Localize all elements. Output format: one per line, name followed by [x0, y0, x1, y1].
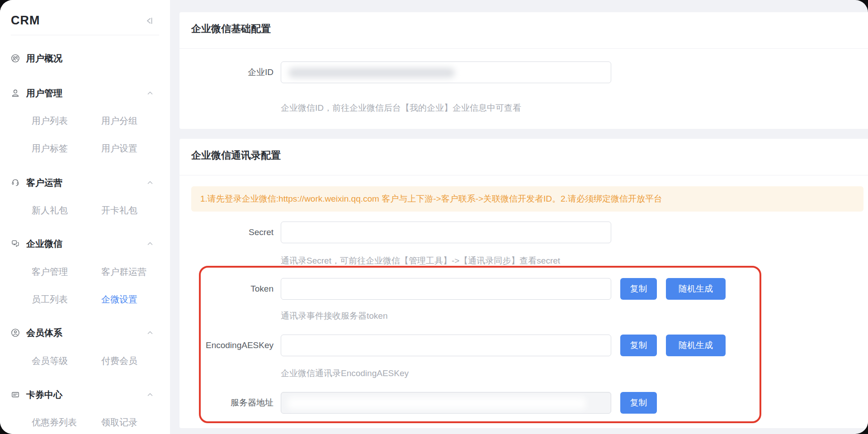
token-generate-button[interactable]: 随机生成: [666, 278, 726, 300]
sidebar-subrow: 用户标签 用户设置: [11, 139, 159, 157]
user-overview-icon: [11, 54, 20, 63]
sidebar-subrow: 新人礼包 开卡礼包: [11, 201, 159, 219]
server-copy-button[interactable]: 复制: [620, 392, 657, 414]
sidebar-item-coupon-list[interactable]: 优惠券列表: [32, 413, 77, 431]
sidebar-item-membership[interactable]: 会员体系: [11, 324, 159, 342]
chat-bubbles-icon: [11, 239, 20, 248]
sidebar-item-coupon-center[interactable]: 卡券中心: [11, 386, 159, 404]
aes-key-input[interactable]: [281, 335, 611, 356]
sidebar: CRM 用户概况 用户管理: [0, 0, 170, 434]
sidebar-item-label: 用户管理: [26, 87, 62, 99]
sidebar-item-customer-management[interactable]: 客户管理: [32, 263, 68, 281]
chevron-up-icon[interactable]: [146, 90, 154, 97]
redacted-value: [288, 397, 586, 409]
sidebar-item-label: 客户运营: [26, 177, 62, 189]
contact-config-card: 企业微信通讯录配置 1.请先登录企业微信:https://work.weixin…: [179, 139, 868, 428]
chevron-up-icon[interactable]: [146, 240, 154, 247]
card-divider: [179, 175, 868, 175]
secret-help: 通讯录Secret，可前往企业微信【管理工具】->【通讯录同步】查看secret: [281, 255, 560, 267]
sidebar-item-wecom-settings[interactable]: 企微设置: [101, 290, 137, 308]
sidebar-item-claim-records[interactable]: 领取记录: [101, 413, 137, 431]
sidebar-item-user-overview[interactable]: 用户概况: [11, 49, 159, 67]
token-input[interactable]: [281, 278, 611, 300]
sidebar-item-member-levels[interactable]: 会员等级: [32, 352, 68, 370]
sidebar-item-card-gift[interactable]: 开卡礼包: [101, 201, 137, 219]
sidebar-subrow: 优惠券列表 领取记录: [11, 413, 159, 431]
sidebar-item-label: 用户概况: [26, 52, 62, 65]
sidebar-subrow: 用户列表 用户分组: [11, 112, 159, 130]
corp-id-help: 企业微信ID，前往企业微信后台【我的企业】企业信息中可查看: [281, 102, 521, 114]
secret-label: Secret: [179, 222, 274, 243]
card-icon: [11, 390, 20, 399]
user-icon: [11, 89, 20, 98]
chevron-up-icon[interactable]: [146, 179, 154, 186]
sidebar-item-newbie-gift[interactable]: 新人礼包: [32, 201, 68, 219]
app-logo: CRM: [11, 11, 159, 30]
sidebar-item-customer-operations[interactable]: 客户运营: [11, 174, 159, 192]
aes-copy-button[interactable]: 复制: [620, 335, 657, 356]
sidebar-item-employee-list[interactable]: 员工列表: [32, 290, 68, 308]
collapse-sidebar-icon[interactable]: [143, 14, 156, 27]
aes-generate-button[interactable]: 随机生成: [666, 335, 726, 356]
basic-config-title: 企业微信基础配置: [191, 22, 271, 36]
contact-config-title: 企业微信通讯录配置: [191, 149, 281, 162]
sidebar-divider: [11, 35, 159, 35]
sidebar-item-wecom[interactable]: 企业微信: [11, 235, 159, 253]
sidebar-item-paid-members[interactable]: 付费会员: [101, 352, 137, 370]
secret-input[interactable]: [281, 222, 611, 243]
basic-config-card: 企业微信基础配置 企业ID 企业微信ID，前往企业微信后台【我的企业】企业信息中…: [179, 12, 868, 129]
chevron-up-icon[interactable]: [146, 329, 154, 336]
sidebar-subrow: 客户管理 客户群运营: [11, 263, 159, 281]
warning-notice-text: 1.请先登录企业微信:https://work.weixin.qq.com 客户…: [191, 186, 863, 212]
aes-key-help: 企业微信通讯录EncodingAESKey: [281, 368, 409, 379]
token-help: 通讯录事件接收服务器token: [281, 310, 387, 322]
sidebar-item-user-settings[interactable]: 用户设置: [101, 139, 137, 157]
logo-row: CRM: [11, 11, 159, 30]
sidebar-item-user-tags[interactable]: 用户标签: [32, 139, 68, 157]
app-window: CRM 用户概况 用户管理: [0, 0, 868, 434]
sidebar-item-user-management[interactable]: 用户管理: [11, 84, 159, 102]
corp-id-input[interactable]: [281, 61, 611, 83]
token-label: Token: [179, 278, 274, 300]
corp-id-label: 企业ID: [179, 61, 274, 83]
redacted-value: [288, 68, 455, 78]
sidebar-item-label: 会员体系: [26, 327, 62, 339]
sidebar-item-customer-group-ops[interactable]: 客户群运营: [101, 263, 146, 281]
sidebar-subrow: 会员等级 付费会员: [11, 352, 159, 370]
sidebar-subrow: 员工列表 企微设置: [11, 290, 159, 308]
token-copy-button[interactable]: 复制: [620, 278, 657, 300]
member-icon: [11, 328, 20, 337]
chevron-up-icon[interactable]: [146, 391, 154, 398]
warning-notice: 1.请先登录企业微信:https://work.weixin.qq.com 客户…: [191, 186, 863, 212]
sidebar-item-user-list[interactable]: 用户列表: [32, 112, 68, 130]
server-url-input: [281, 392, 611, 414]
card-divider: [179, 48, 868, 49]
server-url-label: 服务器地址: [179, 392, 274, 414]
aes-key-label: EncodingAESKey: [179, 335, 274, 356]
sidebar-item-label: 企业微信: [26, 238, 62, 250]
headset-icon: [11, 178, 20, 187]
sidebar-item-user-groups[interactable]: 用户分组: [101, 112, 137, 130]
sidebar-item-label: 卡券中心: [26, 389, 62, 401]
